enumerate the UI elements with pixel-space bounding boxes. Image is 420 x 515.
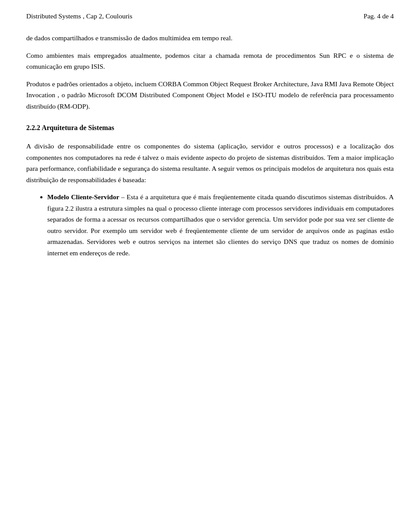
paragraph-2: Como ambientes mais empregados atualment… bbox=[26, 50, 394, 72]
section-paragraph-1: A divisão de responsabilidade entre os c… bbox=[26, 141, 394, 185]
section-title: Arquitetura de Sistemas bbox=[42, 124, 114, 131]
bullet-list: Modelo Cliente-Servidor – Esta é a arqui… bbox=[26, 191, 394, 258]
section-heading: 2.2.2 Arquitetura de Sistemas bbox=[26, 122, 394, 134]
main-content: de dados compartilhados e transmissão de… bbox=[26, 32, 394, 259]
paragraph-2-text: Como ambientes mais empregados atualment… bbox=[26, 52, 394, 71]
section-number: 2.2.2 bbox=[26, 124, 40, 131]
paragraph-3: Produtos e padrões orientados a objeto, … bbox=[26, 78, 394, 112]
paragraph-3-text: Produtos e padrões orientados a objeto, … bbox=[26, 80, 394, 110]
page-header: Distributed Systems , Cap 2, Coulouris P… bbox=[26, 12, 394, 20]
page: Distributed Systems , Cap 2, Coulouris P… bbox=[0, 0, 420, 515]
bullet-bold-term: Modelo Cliente-Servidor bbox=[47, 193, 119, 201]
list-item: Modelo Cliente-Servidor – Esta é a arqui… bbox=[47, 191, 394, 258]
header-title: Distributed Systems , Cap 2, Coulouris bbox=[26, 12, 132, 20]
section-paragraph-1-text: A divisão de responsabilidade entre os c… bbox=[26, 142, 394, 183]
paragraph-1-text: de dados compartilhados e transmissão de… bbox=[26, 34, 232, 42]
bullet-rest-text: – Esta é a arquitetura que é mais freqüe… bbox=[47, 193, 394, 257]
paragraph-1: de dados compartilhados e transmissão de… bbox=[26, 32, 394, 44]
page-number: Pag. 4 de 4 bbox=[364, 12, 394, 20]
